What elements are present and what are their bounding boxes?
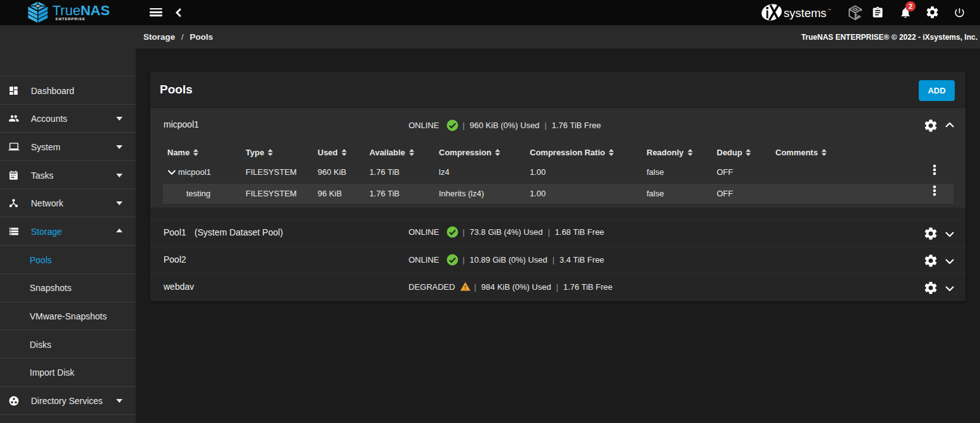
svg-text:systems: systems: [784, 6, 827, 20]
svg-text:™: ™: [827, 8, 831, 12]
